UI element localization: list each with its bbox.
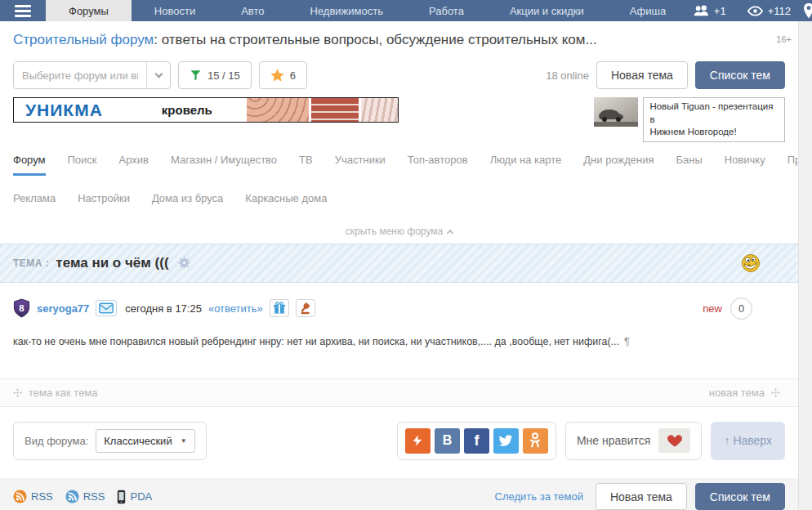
forum-menu-item[interactable]: Топ-авторов — [408, 154, 468, 176]
gear-icon[interactable] — [177, 256, 191, 270]
new-topic-button[interactable]: Новая тема — [596, 61, 688, 89]
views-counter[interactable]: +112 — [747, 5, 791, 17]
reply-link[interactable]: «ответить» — [208, 302, 263, 315]
topnav-item[interactable]: Форумы — [46, 0, 132, 21]
rss-blue-link[interactable]: RSS — [65, 490, 105, 503]
star-icon — [270, 69, 284, 82]
forum-menu-item[interactable]: Дома из бруса — [152, 192, 223, 214]
banner-row: УНИКМА кровель Новый Tiguan - презентаци… — [13, 97, 785, 142]
topic-header: ТЕМА : тема ни о чём ((( — [0, 244, 798, 283]
tiguan-ad[interactable]: Новый Tiguan - презентация вНижнем Новго… — [594, 97, 785, 142]
vk-share-button[interactable]: В — [435, 428, 460, 454]
topnav-item[interactable]: Акции и скидки — [487, 0, 607, 21]
forum-menu-item[interactable]: Участники — [335, 154, 386, 176]
favorites-count: 6 — [290, 69, 296, 82]
bricks-image — [311, 98, 359, 122]
share-lightning-button[interactable] — [405, 428, 431, 454]
pilcrow-mark[interactable]: ¶ — [624, 336, 630, 347]
topic-title: тема ни о чём ((( — [56, 255, 168, 271]
post: 8 seryoga77 сегодня в 17:25 «ответить» — [0, 283, 798, 367]
forum-menu-item[interactable]: Форум — [13, 154, 46, 176]
topic-navigation: тема как тема новая тема — [0, 378, 798, 407]
unikma-brand: УНИКМА — [14, 101, 114, 120]
gift-icon — [273, 302, 286, 315]
triangle-down-icon: ▼ — [181, 437, 187, 445]
favorites-button[interactable]: 6 — [259, 61, 307, 89]
forum-menu-row1: ФорумПоискАрхивМагазин / ИмуществоТВУчас… — [0, 154, 798, 176]
topnav-item[interactable]: Работа — [406, 0, 487, 21]
forum-menu-item[interactable]: Архив — [119, 154, 149, 176]
rss-blue-icon — [65, 490, 79, 503]
topnav-item[interactable]: Недвижимость — [288, 0, 406, 21]
friends-counter[interactable]: +1 — [693, 5, 726, 17]
forum-menu-item[interactable]: Реклама — [13, 192, 56, 214]
car-thumbnail — [594, 97, 638, 127]
page-title: Строительный форум: ответы на строительн… — [0, 21, 798, 51]
forum-menu-item[interactable]: Баны — [676, 154, 702, 176]
forum-menu-item[interactable]: Магазин / Имущество — [171, 154, 277, 176]
forum-title-link[interactable]: Строительный форум — [13, 32, 154, 47]
topnav-item[interactable]: Афиша — [607, 0, 689, 21]
post-author-link[interactable]: seryoga77 — [37, 302, 89, 315]
view-bar: Вид форума: Классический▼ В f — [13, 422, 785, 460]
avatar[interactable]: 8 — [13, 298, 30, 319]
people-icon — [693, 5, 709, 17]
pda-link[interactable]: PDA — [117, 490, 152, 504]
topnav-item[interactable]: Новости — [132, 0, 218, 21]
filter-button[interactable]: 15 / 15 — [178, 61, 252, 89]
unikma-product-images — [247, 98, 398, 122]
forum-menu-item[interactable]: Люди на карте — [490, 154, 562, 176]
forum-menu-item[interactable]: Поиск — [68, 154, 97, 176]
unikma-caption: кровель — [162, 103, 212, 117]
follow-topic-link[interactable]: Следить за темой — [495, 490, 583, 503]
vk-icon: В — [443, 433, 453, 448]
online-count: 18 online — [546, 69, 589, 82]
post-timestamp: сегодня в 17:25 — [125, 302, 202, 315]
forum-search-input[interactable] — [14, 62, 146, 88]
eye-icon — [747, 6, 763, 16]
hamburger-menu-icon[interactable] — [0, 0, 46, 21]
share-buttons: В f — [397, 422, 556, 460]
chevron-down-icon — [154, 69, 163, 78]
scroll-to-top-button[interactable]: ↑ Наверх — [711, 422, 785, 460]
top-navigation: ФорумыНовостиАвтоНедвижимостьРаботаАкции… — [0, 0, 812, 21]
dots-icon — [771, 388, 780, 397]
age-rating-badge: 16+ — [773, 34, 792, 44]
post-body: как-то не очень мне понравился новый реб… — [13, 336, 785, 347]
forum-menu-item[interactable]: Дни рождения — [583, 154, 654, 176]
odnoklassniki-share-button[interactable] — [523, 428, 548, 454]
next-topic-link[interactable]: новая тема — [709, 387, 780, 399]
heart-icon — [667, 434, 682, 447]
send-message-button[interactable] — [96, 300, 117, 316]
reply-count-badge[interactable]: 0 — [730, 298, 752, 320]
page-background-strip — [798, 21, 812, 510]
like-button[interactable] — [658, 428, 690, 453]
topnav-item[interactable]: Авто — [218, 0, 287, 21]
dots-icon — [13, 388, 22, 397]
gavel-icon — [299, 302, 312, 315]
forum-menu-item[interactable]: ТВ — [299, 154, 313, 176]
twitter-share-button[interactable] — [493, 428, 519, 454]
gift-button[interactable] — [270, 299, 289, 317]
unikma-banner[interactable]: УНИКМА кровель — [13, 97, 399, 123]
location-pin-icon[interactable] — [802, 2, 812, 22]
crazy-smiley-icon — [741, 253, 761, 273]
topic-prefix: ТЕМА : — [13, 257, 49, 269]
new-topic-button-footer[interactable]: Новая тема — [596, 483, 687, 510]
prev-topic-link[interactable]: тема как тема — [13, 387, 98, 399]
facebook-share-button[interactable]: f — [464, 428, 489, 454]
hide-forum-menu[interactable]: скрыть меню форума — [0, 226, 798, 244]
forum-menu-item[interactable]: Каркасные дома — [245, 192, 327, 214]
funnel-icon — [190, 69, 202, 82]
like-box: Мне нравится — [565, 422, 702, 460]
mobile-phone-icon — [117, 490, 126, 504]
forum-view-select[interactable]: Классический▼ — [96, 429, 194, 453]
forum-menu-item[interactable]: Новичку — [725, 154, 765, 176]
forum-menu-item[interactable]: Настройки — [78, 192, 130, 214]
moderate-button[interactable] — [296, 299, 315, 317]
rss-orange-link[interactable]: RSS — [13, 490, 53, 503]
forum-select-caret[interactable] — [146, 62, 170, 88]
forum-select — [13, 61, 171, 89]
topic-list-button[interactable]: Список тем — [695, 61, 785, 89]
topic-list-button-footer[interactable]: Список тем — [695, 483, 785, 510]
